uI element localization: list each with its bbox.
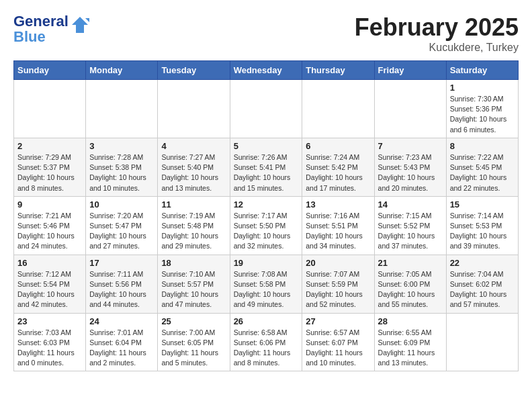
calendar-header-row: SundayMondayTuesdayWednesdayThursdayFrid…	[14, 61, 519, 80]
logo-icon	[71, 15, 89, 34]
calendar-cell: 7Sunrise: 7:23 AM Sunset: 5:43 PM Daylig…	[374, 138, 446, 196]
calendar-cell: 10Sunrise: 7:20 AM Sunset: 5:47 PM Dayli…	[86, 196, 158, 255]
calendar-cell: 4Sunrise: 7:27 AM Sunset: 5:40 PM Daylig…	[158, 138, 230, 196]
calendar-cell: 9Sunrise: 7:21 AM Sunset: 5:46 PM Daylig…	[14, 196, 86, 255]
day-number: 25	[161, 316, 226, 326]
header-thursday: Thursday	[302, 61, 374, 80]
day-info: Sunrise: 7:28 AM Sunset: 5:38 PM Dayligh…	[89, 152, 154, 193]
day-info: Sunrise: 6:57 AM Sunset: 6:07 PM Dayligh…	[306, 328, 370, 369]
calendar-cell: 6Sunrise: 7:24 AM Sunset: 5:42 PM Daylig…	[302, 138, 374, 196]
day-info: Sunrise: 6:58 AM Sunset: 6:06 PM Dayligh…	[234, 328, 299, 369]
calendar-cell: 19Sunrise: 7:08 AM Sunset: 5:58 PM Dayli…	[230, 255, 302, 313]
logo-blue: Blue	[13, 30, 79, 44]
day-number: 8	[450, 141, 515, 151]
day-info: Sunrise: 7:07 AM Sunset: 5:59 PM Dayligh…	[306, 269, 370, 310]
calendar-week-row: 2Sunrise: 7:29 AM Sunset: 5:37 PM Daylig…	[14, 138, 519, 196]
day-number: 23	[17, 316, 82, 326]
day-info: Sunrise: 7:11 AM Sunset: 5:56 PM Dayligh…	[89, 269, 154, 310]
calendar-week-row: 1Sunrise: 7:30 AM Sunset: 5:36 PM Daylig…	[14, 80, 519, 138]
day-number: 9	[17, 199, 82, 210]
day-info: Sunrise: 7:12 AM Sunset: 5:54 PM Dayligh…	[17, 269, 82, 310]
calendar-cell: 16Sunrise: 7:12 AM Sunset: 5:54 PM Dayli…	[14, 255, 86, 313]
day-number: 2	[17, 141, 82, 151]
day-number: 28	[378, 316, 443, 326]
location-title: Kucukdere, Turkey	[355, 42, 519, 54]
day-info: Sunrise: 7:15 AM Sunset: 5:52 PM Dayligh…	[378, 211, 443, 252]
day-number: 13	[306, 199, 370, 210]
calendar-cell: 13Sunrise: 7:16 AM Sunset: 5:51 PM Dayli…	[302, 196, 374, 255]
day-info: Sunrise: 7:20 AM Sunset: 5:47 PM Dayligh…	[89, 211, 154, 252]
header-tuesday: Tuesday	[158, 61, 230, 80]
day-info: Sunrise: 7:05 AM Sunset: 6:00 PM Dayligh…	[378, 269, 443, 310]
day-number: 17	[89, 258, 154, 268]
day-info: Sunrise: 7:01 AM Sunset: 6:04 PM Dayligh…	[89, 328, 154, 369]
calendar-cell: 5Sunrise: 7:26 AM Sunset: 5:41 PM Daylig…	[230, 138, 302, 196]
day-number: 22	[450, 258, 515, 268]
day-info: Sunrise: 7:26 AM Sunset: 5:41 PM Dayligh…	[234, 152, 299, 193]
header-saturday: Saturday	[446, 61, 518, 80]
calendar-cell	[374, 80, 446, 138]
day-number: 5	[234, 141, 299, 151]
calendar-cell: 23Sunrise: 7:03 AM Sunset: 6:03 PM Dayli…	[14, 313, 86, 371]
day-info: Sunrise: 7:08 AM Sunset: 5:58 PM Dayligh…	[234, 269, 299, 310]
calendar-cell	[230, 80, 302, 138]
day-info: Sunrise: 6:55 AM Sunset: 6:09 PM Dayligh…	[378, 328, 443, 369]
day-info: Sunrise: 7:03 AM Sunset: 6:03 PM Dayligh…	[17, 328, 82, 369]
calendar-cell: 26Sunrise: 6:58 AM Sunset: 6:06 PM Dayli…	[230, 313, 302, 371]
calendar-week-row: 16Sunrise: 7:12 AM Sunset: 5:54 PM Dayli…	[14, 255, 519, 313]
calendar-table: SundayMondayTuesdayWednesdayThursdayFrid…	[13, 60, 519, 371]
day-info: Sunrise: 7:10 AM Sunset: 5:57 PM Dayligh…	[161, 269, 226, 310]
calendar-cell	[158, 80, 230, 138]
calendar-cell: 17Sunrise: 7:11 AM Sunset: 5:56 PM Dayli…	[86, 255, 158, 313]
header-sunday: Sunday	[14, 61, 86, 80]
calendar-cell: 8Sunrise: 7:22 AM Sunset: 5:45 PM Daylig…	[446, 138, 518, 196]
day-info: Sunrise: 7:27 AM Sunset: 5:40 PM Dayligh…	[161, 152, 226, 193]
month-title: February 2025	[355, 13, 519, 42]
calendar-cell: 20Sunrise: 7:07 AM Sunset: 5:59 PM Dayli…	[302, 255, 374, 313]
calendar-cell: 27Sunrise: 6:57 AM Sunset: 6:07 PM Dayli…	[302, 313, 374, 371]
calendar-cell: 11Sunrise: 7:19 AM Sunset: 5:48 PM Dayli…	[158, 196, 230, 255]
page-header: General Blue February 2025 Kucukdere, Tu…	[13, 13, 519, 54]
day-info: Sunrise: 7:29 AM Sunset: 5:37 PM Dayligh…	[17, 152, 82, 193]
day-number: 19	[234, 258, 299, 268]
day-info: Sunrise: 7:14 AM Sunset: 5:53 PM Dayligh…	[450, 211, 515, 252]
logo-text: General	[13, 13, 79, 30]
svg-marker-1	[85, 18, 89, 22]
day-number: 6	[306, 141, 370, 151]
day-info: Sunrise: 7:23 AM Sunset: 5:43 PM Dayligh…	[378, 152, 443, 193]
day-info: Sunrise: 7:22 AM Sunset: 5:45 PM Dayligh…	[450, 152, 515, 193]
day-info: Sunrise: 7:30 AM Sunset: 5:36 PM Dayligh…	[450, 94, 515, 135]
day-number: 10	[89, 199, 154, 210]
calendar-week-row: 23Sunrise: 7:03 AM Sunset: 6:03 PM Dayli…	[14, 313, 519, 371]
day-number: 26	[234, 316, 299, 326]
day-number: 21	[378, 258, 443, 268]
header-wednesday: Wednesday	[230, 61, 302, 80]
calendar-week-row: 9Sunrise: 7:21 AM Sunset: 5:46 PM Daylig…	[14, 196, 519, 255]
day-number: 18	[161, 258, 226, 268]
calendar-cell	[446, 313, 518, 371]
calendar-cell: 25Sunrise: 7:00 AM Sunset: 6:05 PM Dayli…	[158, 313, 230, 371]
calendar-cell: 28Sunrise: 6:55 AM Sunset: 6:09 PM Dayli…	[374, 313, 446, 371]
svg-marker-0	[72, 17, 88, 33]
calendar-cell: 24Sunrise: 7:01 AM Sunset: 6:04 PM Dayli…	[86, 313, 158, 371]
day-info: Sunrise: 7:24 AM Sunset: 5:42 PM Dayligh…	[306, 152, 370, 193]
day-number: 4	[161, 141, 226, 151]
calendar-cell	[302, 80, 374, 138]
day-info: Sunrise: 7:19 AM Sunset: 5:48 PM Dayligh…	[161, 211, 226, 252]
day-number: 1	[450, 83, 515, 93]
logo: General Blue	[13, 13, 79, 44]
day-number: 14	[378, 199, 443, 210]
day-info: Sunrise: 7:21 AM Sunset: 5:46 PM Dayligh…	[17, 211, 82, 252]
day-number: 11	[161, 199, 226, 210]
day-info: Sunrise: 7:17 AM Sunset: 5:50 PM Dayligh…	[234, 211, 299, 252]
day-number: 27	[306, 316, 370, 326]
calendar-cell: 12Sunrise: 7:17 AM Sunset: 5:50 PM Dayli…	[230, 196, 302, 255]
calendar-cell: 2Sunrise: 7:29 AM Sunset: 5:37 PM Daylig…	[14, 138, 86, 196]
day-info: Sunrise: 7:16 AM Sunset: 5:51 PM Dayligh…	[306, 211, 370, 252]
calendar-cell: 1Sunrise: 7:30 AM Sunset: 5:36 PM Daylig…	[446, 80, 518, 138]
day-number: 7	[378, 141, 443, 151]
header-friday: Friday	[374, 61, 446, 80]
calendar-cell	[14, 80, 86, 138]
day-number: 20	[306, 258, 370, 268]
day-number: 24	[89, 316, 154, 326]
